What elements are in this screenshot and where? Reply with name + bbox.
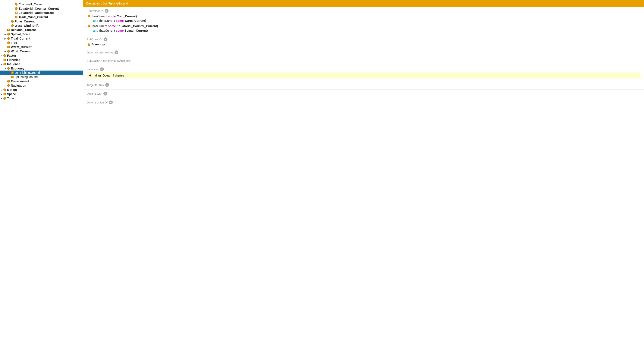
equivalent-to-label: Equivalent To (87, 10, 104, 13)
dot-fisheries (4, 59, 6, 61)
description-header-text: Description: JoinFishingGround (86, 2, 128, 5)
label-joinfishingground: JoinFishingGround (15, 71, 40, 74)
section-equivalent-to: Equivalent To + (hasCurrent some Cold_Cu… (83, 7, 644, 35)
add-instances-button[interactable]: + (100, 67, 104, 71)
tree-node-motion[interactable]: Motion (0, 88, 83, 92)
section-title-instances: Instances + (87, 67, 640, 71)
label-residual: Residual_Current (11, 28, 36, 32)
dot-warm-current (7, 46, 10, 48)
arrow-equatorial-counter (12, 7, 14, 10)
tree-node-influence[interactable]: Influence (0, 62, 83, 66)
label-west-wind: West_Wind_Drift (15, 24, 39, 27)
dot-equatorial-counter (15, 7, 18, 10)
tree-node-fisheries[interactable]: Fisheries (0, 58, 83, 62)
tree-node-trade-wind[interactable]: Trade_Wind_Current (0, 15, 83, 19)
subclass-row-economy: Economy (88, 43, 640, 46)
dot-tide (7, 42, 10, 44)
axiom-text-2: (hasCurrent some Equatorial_Counter_Curr… (92, 24, 158, 33)
label-polar: Polar_Current (15, 20, 34, 23)
dot-time (4, 97, 6, 100)
arrow-spatial-scale[interactable] (4, 33, 7, 36)
tree-node-time[interactable]: Time (0, 96, 83, 101)
subclass-of-label: SubClass Of (87, 38, 102, 41)
disjoint-with-label: Disjoint With (87, 92, 102, 95)
tree-node-west-wind[interactable]: West_Wind_Drift (0, 24, 83, 28)
arrow-factor[interactable] (0, 54, 3, 57)
axiom-row-2: (hasCurrent some Equatorial_Counter_Curr… (88, 24, 640, 33)
tree-node-joinfishingground[interactable]: = JoinFishingGround (0, 71, 83, 75)
label-time: Time (7, 97, 14, 100)
general-axioms-label: General class axioms (87, 51, 113, 54)
tree-node-equatorial-counter[interactable]: Equatorial_Counter_Current (0, 7, 83, 11)
arrow-fisheries (0, 58, 3, 61)
section-disjoint-union-of: Disjoint Union Of + (83, 98, 644, 107)
tree-node-space[interactable]: Space (0, 92, 83, 96)
arrow-economy[interactable] (4, 67, 7, 70)
section-title-disjoint-union-of: Disjoint Union Of + (87, 101, 640, 104)
axiom-text-1: (hasCurrent some Cold_Current) and (hasC… (92, 14, 146, 23)
dot-environment (7, 80, 10, 83)
arrow-time[interactable] (0, 97, 3, 100)
label-spatial-scale: Spatial_Scale (11, 33, 30, 36)
label-economy: Economy (11, 67, 24, 70)
arrow-space[interactable] (0, 93, 3, 96)
add-general-axioms-button[interactable]: + (114, 51, 118, 54)
add-subclass-button[interactable]: + (104, 38, 108, 41)
section-target-for-key: Target for Key + (83, 81, 644, 90)
add-disjoint-with-button[interactable]: + (104, 92, 107, 96)
section-general-axioms: General class axioms + (83, 48, 644, 57)
label-wind-current: Wind_Current (11, 50, 30, 53)
add-equivalent-to-button[interactable]: + (105, 9, 108, 13)
instances-label: Instances (87, 68, 99, 71)
disjoint-union-of-label: Disjoint Union Of (87, 101, 108, 104)
arrow-trade-wind (12, 16, 14, 19)
label-influence: Influence (7, 63, 20, 66)
label-space: Space (7, 92, 16, 96)
tree-node-equatorial-under[interactable]: = Equatorial_Undercurrent (0, 11, 83, 15)
section-title-equivalent-to: Equivalent To + (87, 9, 640, 13)
tree-node-residual[interactable]: = Residual_Current (0, 28, 83, 32)
tree-node-economy[interactable]: Economy (0, 66, 83, 71)
section-title-disjoint-with: Disjoint With + (87, 92, 640, 96)
subclass-anon-label: SubClass Of (Anonymous Ancestor) (87, 59, 131, 63)
tree-node-factor[interactable]: Factor (0, 54, 83, 58)
tree-node-cromwell[interactable]: Cromwell_Current (0, 2, 83, 7)
target-for-key-label: Target for Key (87, 83, 104, 87)
tree-node-tide[interactable]: Tide (0, 41, 83, 45)
arrow-motion[interactable] (0, 88, 3, 91)
arrow-wind-current[interactable] (4, 50, 7, 53)
tree-node-upfishingground[interactable]: upFishingGround (0, 75, 83, 79)
dot-west-wind (11, 24, 14, 27)
dot-trade-wind (15, 16, 18, 18)
section-subclass-anon: SubClass Of (Anonymous Ancestor) (83, 57, 644, 65)
section-subclass-of: SubClass Of + Economy (83, 35, 644, 48)
tree-node-warm-current[interactable]: Warm_Current (0, 45, 83, 49)
arrow-west-wind (8, 24, 11, 27)
description-panel: Description: JoinFishingGround Equivalen… (83, 0, 644, 360)
add-target-for-key-button[interactable]: + (105, 83, 109, 87)
arrow-residual (4, 29, 7, 32)
tree-node-environment[interactable]: Environment (0, 79, 83, 83)
arrow-tidal-current[interactable] (4, 37, 7, 40)
arrow-warm-current (4, 46, 7, 49)
section-title-general-axioms: General class axioms + (87, 51, 640, 54)
label-equatorial-counter: Equatorial_Counter_Current (18, 7, 59, 10)
dot-polar (11, 20, 14, 23)
arrow-influence[interactable] (0, 63, 3, 66)
section-instances: Instances + Indian_Ocean_fisheries (83, 65, 644, 81)
tree-node-wind-current[interactable]: Wind_Current (0, 49, 83, 54)
section-title-target-for-key: Target for Key + (87, 83, 640, 87)
dot-equatorial-under: = (15, 12, 18, 14)
add-disjoint-union-button[interactable]: + (109, 101, 113, 104)
tree-node-polar[interactable]: Polar_Current (0, 19, 83, 24)
dot-wind-current (7, 50, 10, 53)
tree-node-navigation[interactable]: Navigation (0, 83, 83, 88)
dot-space (4, 93, 6, 95)
dot-joinfishingground: = (11, 71, 14, 74)
tree-node-tidal-current[interactable]: Tidal_Current (0, 36, 83, 41)
label-warm-current: Warm_Current (11, 45, 32, 49)
arrow-tide (4, 41, 7, 44)
instance-row-indian-ocean: Indian_Ocean_fisheries (87, 73, 640, 79)
arrow-navigation (4, 84, 7, 87)
tree-node-spatial-scale[interactable]: Spatial_Scale (0, 32, 83, 36)
